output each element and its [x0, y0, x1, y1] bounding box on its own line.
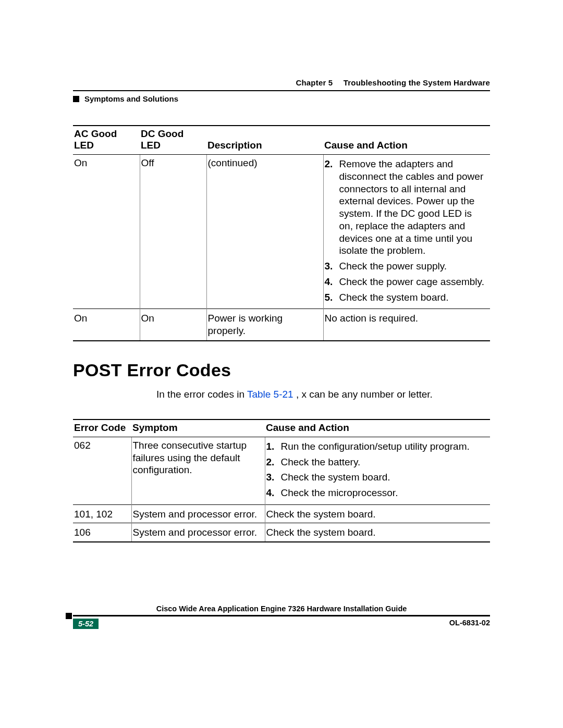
- col-cause-action: Cause and Action: [265, 419, 490, 437]
- cell-code: 106: [73, 523, 131, 542]
- list-item: Check the system board.: [266, 471, 487, 484]
- col-ac-good: AC Good LED: [73, 126, 140, 155]
- list-item: Check the system board.: [325, 291, 487, 304]
- list-item: Remove the adapters and disconnect the c…: [325, 158, 487, 257]
- err-table-header-row: Error Code Symptom Cause and Action: [73, 419, 490, 437]
- cell-symptom: System and processor error.: [131, 504, 265, 523]
- page-number: 5-52: [73, 619, 99, 629]
- cell-code: 062: [73, 437, 131, 504]
- col-error-code: Error Code: [73, 419, 131, 437]
- intro-pre: In the error codes in: [156, 389, 247, 400]
- list-item: Check the battery.: [266, 456, 487, 468]
- footer-book-title: Cisco Wide Area Application Engine 7326 …: [73, 604, 490, 613]
- cell-dc: On: [140, 309, 206, 341]
- table-row: 106 System and processor error. Check th…: [73, 523, 490, 542]
- cell-symptom: Three consecutive startup failures using…: [131, 437, 265, 504]
- cell-ac: On: [73, 309, 140, 341]
- cell-dc: Off: [140, 155, 206, 309]
- page-body: Chapter 5 Troubleshooting the System Har…: [73, 78, 490, 542]
- list-item: Check the power cage assembly.: [325, 276, 487, 288]
- col-dc-good: DC Good LED: [140, 126, 206, 155]
- table-row: 101, 102 System and processor error. Che…: [73, 504, 490, 523]
- led-table: AC Good LED DC Good LED Description Caus…: [73, 125, 490, 341]
- action-list: Remove the adapters and disconnect the c…: [325, 158, 487, 303]
- cell-cause: Check the system board.: [265, 504, 490, 523]
- footer-rule: [73, 615, 490, 616]
- section-heading-post-error-codes: POST Error Codes: [73, 360, 490, 380]
- list-item: Run the configuration/setup utility prog…: [266, 440, 487, 453]
- cell-ac: On: [73, 155, 140, 309]
- doc-id: OL-6831-02: [449, 619, 490, 629]
- table-xref-link[interactable]: Table 5-21: [247, 389, 293, 400]
- list-item: Check the power supply.: [325, 260, 487, 273]
- cell-cause: Remove the adapters and disconnect the c…: [323, 155, 490, 309]
- table-row: On On Power is working properly. No acti…: [73, 309, 490, 341]
- chapter-title: Troubleshooting the System Hardware: [344, 78, 490, 87]
- table-row: On Off (continued) Remove the adapters a…: [73, 155, 490, 309]
- cell-symptom: System and processor error.: [131, 523, 265, 542]
- list-item: Check the microprocessor.: [266, 487, 487, 499]
- led-table-wrap: AC Good LED DC Good LED Description Caus…: [73, 125, 490, 341]
- cell-cause: No action is required.: [323, 309, 490, 341]
- action-list: Run the configuration/setup utility prog…: [266, 440, 487, 499]
- cell-desc: Power is working properly.: [206, 309, 323, 341]
- col-cause-action: Cause and Action: [323, 126, 490, 155]
- col-symptom: Symptom: [131, 419, 265, 437]
- cell-desc: (continued): [206, 155, 323, 309]
- led-table-header-row: AC Good LED DC Good LED Description Caus…: [73, 126, 490, 155]
- intro-paragraph: In the error codes in Table 5-21 , x can…: [156, 389, 490, 400]
- cell-code: 101, 102: [73, 504, 131, 523]
- error-code-table: Error Code Symptom Cause and Action 062 …: [73, 419, 490, 543]
- cell-cause: Check the system board.: [265, 523, 490, 542]
- page-footer: Cisco Wide Area Application Engine 7326 …: [73, 604, 490, 629]
- intro-post: , x can be any number or letter.: [296, 389, 433, 400]
- chapter-number: Chapter 5: [296, 78, 333, 87]
- col-description: Description: [206, 126, 323, 155]
- header-rule: [73, 90, 490, 91]
- section-name: Symptoms and Solutions: [84, 94, 178, 103]
- running-header: Chapter 5 Troubleshooting the System Har…: [73, 78, 490, 103]
- cell-cause: Run the configuration/setup utility prog…: [265, 437, 490, 504]
- section-bullet-icon: [73, 96, 79, 102]
- table-row: 062 Three consecutive startup failures u…: [73, 437, 490, 504]
